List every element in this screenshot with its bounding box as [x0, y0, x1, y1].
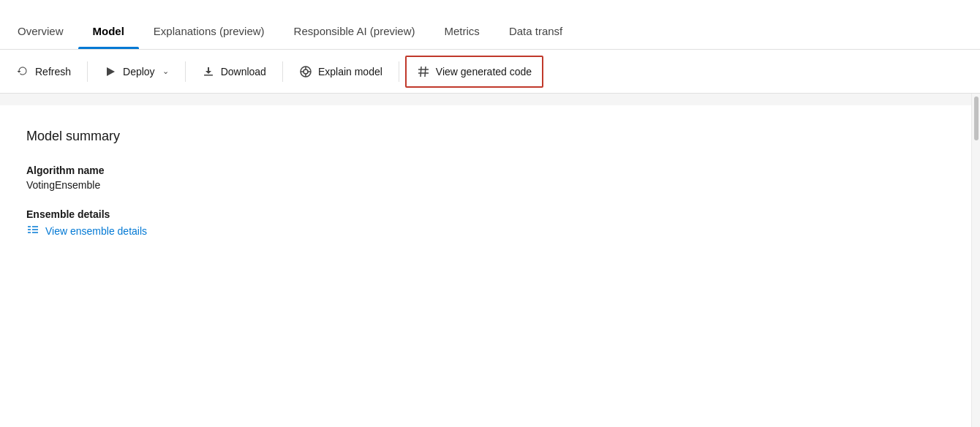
separator-4 [399, 61, 399, 82]
svg-marker-0 [107, 67, 115, 76]
view-ensemble-details-link[interactable]: View ensemble details [26, 223, 945, 239]
view-ensemble-link-text: View ensemble details [45, 225, 147, 237]
view-generated-code-button[interactable]: View generated code [405, 56, 543, 88]
deploy-chevron-icon: ⌄ [162, 67, 169, 76]
scrollbar[interactable] [971, 94, 980, 427]
svg-point-3 [304, 69, 308, 74]
tab-navigation: Overview Model Explanations (preview) Re… [0, 0, 980, 50]
ensemble-details-field: Ensemble details View ensemble details [26, 208, 945, 239]
svg-rect-1 [204, 75, 213, 76]
deploy-icon [104, 65, 117, 78]
download-icon [202, 65, 215, 78]
tab-metrics[interactable]: Metrics [430, 13, 494, 49]
algorithm-name-label: Algorithm name [26, 165, 945, 176]
separator-3 [282, 61, 283, 82]
ensemble-details-label: Ensemble details [26, 208, 945, 220]
tab-responsible-ai[interactable]: Responsible AI (preview) [279, 13, 430, 49]
tab-model[interactable]: Model [78, 13, 139, 49]
algorithm-name-field: Algorithm name VotingEnsemble [26, 165, 945, 191]
refresh-label: Refresh [35, 66, 71, 78]
view-code-label: View generated code [436, 66, 532, 78]
refresh-icon [16, 65, 29, 78]
tab-overview[interactable]: Overview [12, 13, 78, 49]
svg-line-9 [425, 67, 426, 77]
deploy-label: Deploy [123, 66, 155, 78]
svg-line-8 [421, 67, 421, 77]
main-content: Model summary Algorithm name VotingEnsem… [0, 94, 980, 427]
list-icon [26, 223, 39, 239]
separator-1 [87, 61, 88, 82]
tab-data-transf[interactable]: Data transf [494, 13, 577, 49]
toolbar: Refresh Deploy ⌄ Download [0, 50, 980, 94]
explain-icon [299, 65, 312, 78]
algorithm-name-value: VotingEnsemble [26, 179, 945, 191]
model-summary-title: Model summary [26, 129, 945, 144]
scrollbar-thumb[interactable] [974, 97, 979, 140]
deploy-button[interactable]: Deploy ⌄ [94, 56, 179, 88]
hash-icon [417, 65, 430, 78]
explain-label: Explain model [318, 66, 382, 78]
separator-2 [185, 61, 186, 82]
download-label: Download [221, 66, 266, 78]
tab-explanations[interactable]: Explanations (preview) [139, 13, 279, 49]
explain-model-button[interactable]: Explain model [289, 56, 393, 88]
content-panel: Model summary Algorithm name VotingEnsem… [0, 105, 971, 427]
download-button[interactable]: Download [192, 56, 276, 88]
refresh-button[interactable]: Refresh [6, 56, 81, 88]
